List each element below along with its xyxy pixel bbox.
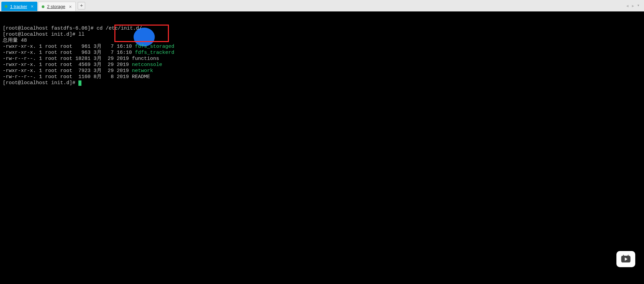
file-fdfs-trackerd: fdfs_trackerd (135, 50, 174, 56)
tab-bar-controls: ◀ ▶ ▼ (625, 3, 643, 9)
status-dot-icon (42, 5, 44, 8)
nav-left-icon[interactable]: ◀ (625, 3, 630, 9)
prompt-line: [root@localhost fastdfs-6.06]# cd /etc/i… (3, 26, 142, 31)
ls-row: -rw-r--r--. 1 root root 1160 8月 8 2019 R… (3, 74, 150, 80)
ls-row: -rwxr-xr-x. 1 root root 7923 3月 29 2019 … (3, 68, 153, 74)
close-icon[interactable]: × (68, 4, 73, 9)
close-icon[interactable]: × (30, 4, 35, 9)
tab-label: 2 storage (47, 4, 65, 9)
tab-tracker[interactable]: 1 tracker × (1, 2, 37, 11)
video-widget-button[interactable] (616, 251, 635, 267)
file-fdfs-storaged: fdfs_storaged (135, 44, 174, 49)
play-icon (621, 255, 631, 263)
status-dot-icon (5, 5, 7, 8)
ls-row: -rwxr-xr-x. 1 root root 961 3月 7 16:10 f… (3, 44, 174, 49)
ls-row: -rwxr-xr-x. 1 root root 4569 3月 29 2019 … (3, 62, 162, 68)
add-tab-button[interactable]: + (78, 2, 85, 9)
ls-row: -rw-r--r--. 1 root root 18281 3月 29 2019… (3, 56, 159, 62)
ls-row: -rwxr-xr-x. 1 root root 963 3月 7 16:10 f… (3, 50, 174, 56)
prompt-line: [root@localhost init.d]# (3, 80, 81, 86)
total-line: 总用量 48 (3, 38, 27, 43)
prompt-line: [root@localhost init.d]# ll (3, 32, 84, 37)
file-netconsole: netconsole (132, 62, 162, 68)
nav-right-icon[interactable]: ▶ (631, 3, 636, 9)
tab-menu-icon[interactable]: ▼ (636, 3, 641, 8)
cursor-block (78, 80, 81, 86)
file-functions: functions (132, 56, 159, 62)
tab-label: 1 tracker (10, 4, 27, 9)
file-readme: README (132, 74, 150, 80)
tab-storage[interactable]: 2 storage × (38, 2, 76, 11)
file-network: network (132, 68, 153, 74)
tab-bar: 1 tracker × 2 storage × + ◀ ▶ ▼ (0, 0, 644, 11)
terminal-output[interactable]: [root@localhost fastdfs-6.06]# cd /etc/i… (0, 11, 644, 284)
